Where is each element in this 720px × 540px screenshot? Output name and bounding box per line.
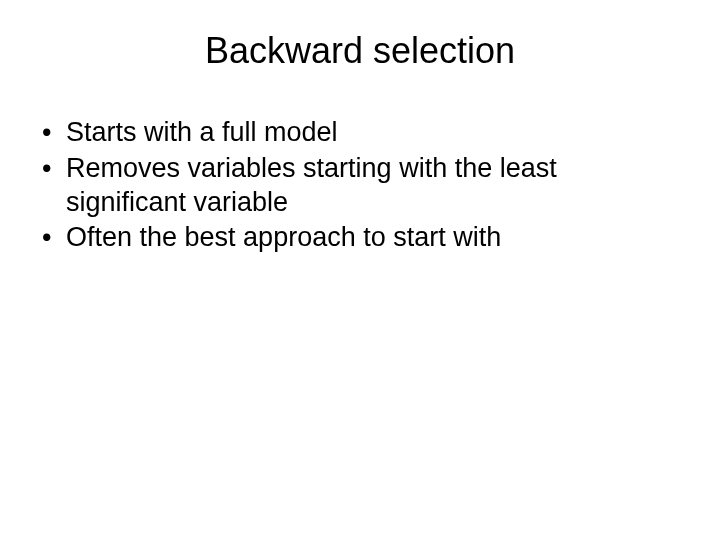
list-item: Removes variables starting with the leas… [36, 152, 684, 220]
list-item: Starts with a full model [36, 116, 684, 150]
list-item: Often the best approach to start with [36, 221, 684, 255]
bullet-list: Starts with a full model Removes variabl… [36, 116, 684, 255]
slide-title: Backward selection [36, 30, 684, 72]
